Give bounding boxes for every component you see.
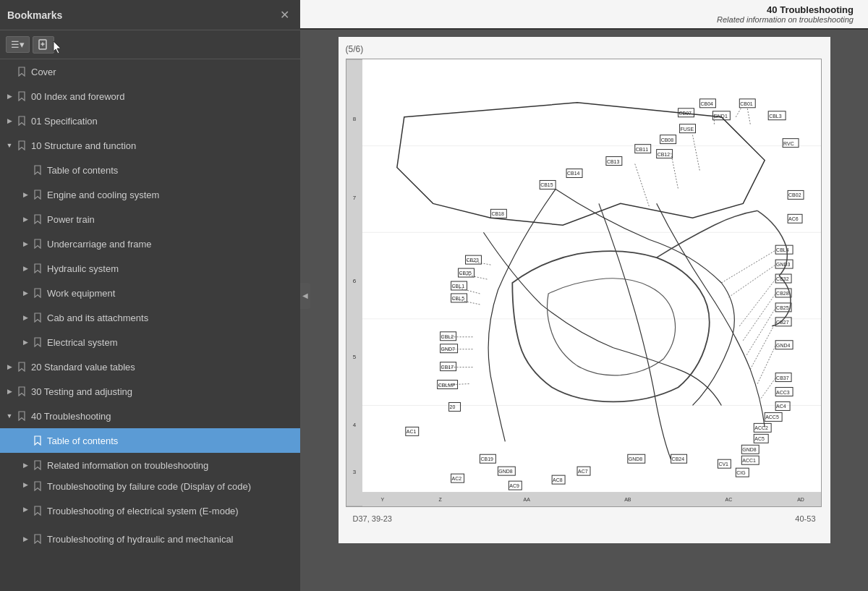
- svg-text:FUSE: FUSE: [680, 127, 694, 132]
- view-options-button[interactable]: ☰▾: [6, 36, 30, 53]
- bookmark-icon: [32, 288, 43, 298]
- svg-text:CB02: CB02: [788, 192, 801, 197]
- collapse-sidebar-button[interactable]: ◀: [300, 283, 310, 309]
- bookmark-item-40-toc[interactable]: ▶ Table of contents: [0, 428, 300, 453]
- svg-text:CB12: CB12: [657, 152, 670, 157]
- svg-text:ACC2: ACC2: [754, 425, 768, 430]
- page-label: (5/6): [346, 44, 823, 54]
- expand-arrow[interactable]: ▶: [19, 506, 32, 513]
- bookmark-item-40-electrical[interactable]: ▶ Troubleshooting of electrical system (…: [0, 502, 300, 527]
- bookmark-label: Cab and its attachments: [47, 312, 294, 323]
- svg-text:GND3: GND3: [776, 262, 790, 267]
- bookmark-label: Undercarriage and frame: [47, 239, 294, 250]
- expand-arrow[interactable]: ▶: [19, 437, 32, 444]
- svg-text:CB17: CB17: [441, 365, 454, 370]
- expand-arrow[interactable]: ▶: [19, 216, 32, 223]
- bookmark-item-30-testing[interactable]: ▶ 30 Testing and adjusting: [0, 379, 300, 404]
- bookmark-item-cover[interactable]: ▶ Cover: [0, 59, 300, 84]
- expand-arrow[interactable]: ▶: [19, 462, 32, 469]
- svg-text:GND8: GND8: [498, 469, 512, 474]
- bookmark-icon: [32, 435, 43, 446]
- main-content: 40 Troubleshooting Related information o…: [300, 0, 868, 591]
- svg-text:CB07: CB07: [678, 111, 692, 116]
- bookmark-item-10-powertrain[interactable]: ▶ Power train: [0, 207, 300, 231]
- bookmark-icon: [16, 411, 27, 421]
- bookmark-item-10-cab[interactable]: ▶ Cab and its attachments: [0, 305, 300, 330]
- bookmark-icon: [32, 312, 43, 323]
- bookmark-label: Troubleshooting of hydraulic and mechani…: [47, 534, 294, 545]
- bookmark-icon: [32, 337, 43, 347]
- bookmark-label: Table of contents: [47, 435, 294, 446]
- new-bookmark-button[interactable]: [33, 36, 54, 54]
- expand-arrow[interactable]: ▼: [3, 142, 16, 149]
- bookmark-item-00-index[interactable]: ▶ 00 Index and foreword: [0, 84, 300, 109]
- expand-arrow[interactable]: ▶: [3, 117, 16, 124]
- bookmark-label: 40 Troubleshooting: [31, 411, 294, 422]
- bookmark-item-40-failure[interactable]: ▶ Troubleshooting by failure code (Displ…: [0, 477, 300, 502]
- bookmark-label: 30 Testing and adjusting: [31, 386, 294, 397]
- svg-text:CBL2: CBL2: [441, 334, 454, 339]
- svg-text:3: 3: [352, 469, 356, 475]
- bookmark-item-10-work[interactable]: ▶ Work equipment: [0, 281, 300, 305]
- svg-text:CBLMP: CBLMP: [438, 383, 455, 388]
- wiring-diagram: 8 7 6 5 4 3 Y Z AA AB: [346, 59, 822, 507]
- expand-arrow[interactable]: ▼: [3, 412, 16, 420]
- bookmark-item-10-hydraulic[interactable]: ▶ Hydraulic system: [0, 256, 300, 281]
- svg-text:4: 4: [352, 422, 356, 428]
- svg-text:CBL1: CBL1: [451, 284, 464, 289]
- bookmark-item-40-hydraulic-mech[interactable]: ▶ Troubleshooting of hydraulic and mecha…: [0, 527, 300, 551]
- bookmark-icon: [16, 67, 27, 77]
- bookmark-item-10-engine[interactable]: ▶ Engine and cooling system: [0, 182, 300, 207]
- svg-text:AC4: AC4: [776, 404, 786, 409]
- bookmark-icon: [16, 140, 27, 150]
- close-icon[interactable]: ✕: [276, 7, 293, 23]
- svg-text:AC: AC: [725, 497, 732, 502]
- bookmark-item-20-standard[interactable]: ▶ 20 Standard value tables: [0, 354, 300, 379]
- expand-arrow[interactable]: ▶: [19, 289, 32, 297]
- svg-text:Z: Z: [438, 497, 442, 502]
- page-area[interactable]: (5/6) 8 7 6 5 4 3: [300, 30, 868, 591]
- page-section-title: 40 Troubleshooting: [767, 4, 854, 15]
- expand-arrow[interactable]: ▶: [3, 68, 16, 75]
- bookmark-icon: [32, 534, 43, 544]
- svg-text:20: 20: [449, 404, 455, 409]
- bookmark-icon: [32, 263, 43, 273]
- svg-text:CB23: CB23: [466, 258, 479, 263]
- bookmark-item-10-toc[interactable]: ▶ Table of contents: [0, 158, 300, 182]
- expand-arrow[interactable]: ▶: [19, 481, 32, 488]
- bookmark-item-10-structure[interactable]: ▼ 10 Structure and function: [0, 133, 300, 158]
- bookmark-icon: [32, 460, 43, 470]
- expand-arrow[interactable]: ▶: [3, 93, 16, 100]
- svg-text:AC8: AC8: [553, 477, 563, 482]
- bookmark-tree: ▶ Cover▶ 00 Index and foreword▶ 01 Speci…: [0, 59, 300, 591]
- expand-arrow[interactable]: ▶: [19, 166, 32, 174]
- svg-text:5: 5: [352, 354, 356, 360]
- expand-arrow[interactable]: ▶: [19, 314, 32, 321]
- bookmark-label: Troubleshooting of electrical system (E-…: [47, 506, 294, 518]
- svg-text:AC5: AC5: [754, 436, 765, 441]
- svg-text:CB15: CB15: [540, 182, 553, 187]
- bookmark-item-40-related[interactable]: ▶ Related information on troubleshooting: [0, 453, 300, 477]
- expand-arrow[interactable]: ▶: [3, 363, 16, 370]
- svg-rect-15: [362, 492, 820, 506]
- expand-arrow[interactable]: ▶: [19, 265, 32, 272]
- bookmark-item-40-troubleshoot[interactable]: ▼ 40 Troubleshooting: [0, 404, 300, 428]
- bookmark-label: Hydraulic system: [47, 263, 294, 274]
- bookmark-label: Cover: [31, 67, 294, 77]
- expand-arrow[interactable]: ▶: [19, 240, 32, 247]
- expand-arrow[interactable]: ▶: [3, 388, 16, 395]
- bookmark-item-01-spec[interactable]: ▶ 01 Specification: [0, 109, 300, 133]
- svg-text:CB04: CB04: [700, 101, 713, 106]
- svg-text:GND7: GND7: [441, 346, 454, 352]
- expand-arrow[interactable]: ▶: [19, 339, 32, 346]
- expand-arrow[interactable]: ▶: [19, 191, 32, 198]
- bookmark-item-10-undercarriage[interactable]: ▶ Undercarriage and frame: [0, 231, 300, 256]
- bookmark-icon: [16, 386, 27, 396]
- bookmark-item-10-electrical[interactable]: ▶ Electrical system: [0, 330, 300, 354]
- svg-text:CB01: CB01: [740, 101, 753, 106]
- svg-text:CB35: CB35: [459, 271, 472, 276]
- expand-arrow[interactable]: ▶: [19, 535, 32, 543]
- bookmark-icon: [32, 481, 43, 491]
- svg-text:AA: AA: [523, 497, 530, 502]
- svg-text:GND4: GND4: [776, 343, 790, 348]
